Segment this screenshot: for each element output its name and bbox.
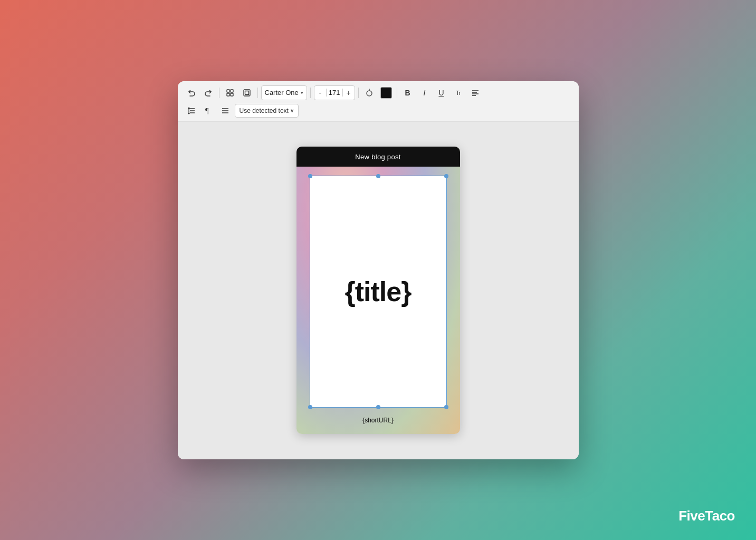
toolbar-row-2: ¶ Use detected text ∨ [184, 103, 572, 121]
frame-icon [243, 89, 251, 97]
font-size-minus-button[interactable]: - [314, 85, 326, 100]
separator-5 [397, 88, 397, 98]
branding: FiveTaco [678, 508, 735, 524]
card-footer-text: {shortURL} [362, 417, 394, 424]
font-dropdown-chevron: ▾ [301, 90, 303, 95]
svg-text:¶: ¶ [205, 107, 209, 115]
font-selector[interactable]: Carter One ▾ [261, 85, 307, 100]
font-size-control: - 171 + [314, 85, 355, 100]
line-height-icon [221, 107, 229, 115]
detected-text-button[interactable]: Use detected text ∨ [235, 104, 299, 118]
handle-bottom-center[interactable] [376, 405, 380, 409]
branding-text: FiveTaco [678, 508, 735, 524]
undo-icon [187, 89, 196, 97]
app-window: Carter One ▾ - 171 + [178, 81, 579, 459]
svg-rect-4 [244, 90, 250, 96]
toolbar: Carter One ▾ - 171 + [178, 81, 579, 122]
card-header-text: New blog post [355, 153, 400, 161]
svg-rect-5 [245, 91, 248, 94]
color-swatch [380, 87, 392, 99]
grid-button[interactable] [223, 85, 237, 100]
bold-button[interactable]: B [400, 85, 415, 100]
line-height-button[interactable] [218, 103, 233, 118]
font-size-plus-button[interactable]: + [343, 85, 355, 100]
font-size-value: 171 [326, 89, 343, 97]
canvas-area: New blog post {title} {shortURL} [178, 122, 579, 459]
separator-1 [219, 88, 219, 98]
separator-3 [310, 88, 311, 98]
italic-button[interactable]: I [417, 85, 432, 100]
line-spacing-button[interactable] [184, 103, 199, 118]
separator-4 [358, 88, 359, 98]
detected-text-label: Use detected text [240, 107, 289, 114]
toolbar-row-1: Carter One ▾ - 171 + [184, 85, 572, 103]
paragraph-button[interactable]: ¶ [201, 103, 216, 118]
text-box-inner[interactable]: {title} [310, 176, 447, 408]
svg-rect-1 [231, 90, 233, 92]
detected-text-chevron: ∨ [290, 108, 294, 113]
redo-button[interactable] [201, 85, 216, 100]
design-card: New blog post {title} {shortURL} [296, 147, 460, 434]
title-placeholder-text[interactable]: {title} [340, 271, 417, 313]
svg-point-6 [367, 91, 372, 96]
handle-top-center[interactable] [376, 174, 380, 178]
svg-rect-0 [227, 90, 229, 92]
svg-rect-2 [227, 93, 229, 96]
text-resize-button[interactable]: Tr [451, 85, 466, 100]
separator-2 [257, 88, 258, 98]
underline-button[interactable]: U [434, 85, 449, 100]
handle-bottom-right[interactable] [444, 405, 448, 409]
color-swatch-button[interactable] [379, 85, 394, 100]
card-footer: {shortURL} [296, 415, 460, 425]
text-box-container[interactable]: {title} [310, 176, 447, 408]
svg-rect-3 [231, 93, 233, 96]
handle-bottom-left[interactable] [308, 405, 312, 409]
frame-button[interactable] [240, 85, 254, 100]
grid-icon [226, 89, 234, 97]
text-align-button[interactable] [468, 85, 483, 100]
card-header: New blog post [296, 147, 460, 167]
power-icon [365, 89, 374, 97]
text-align-icon [471, 89, 480, 97]
handle-top-right[interactable] [444, 174, 448, 178]
font-name: Carter One [265, 89, 299, 97]
visibility-button[interactable] [362, 85, 377, 100]
undo-button[interactable] [184, 85, 199, 100]
paragraph-icon: ¶ [204, 107, 213, 115]
line-spacing-icon [187, 107, 196, 115]
redo-icon [204, 89, 213, 97]
handle-top-left[interactable] [308, 174, 312, 178]
